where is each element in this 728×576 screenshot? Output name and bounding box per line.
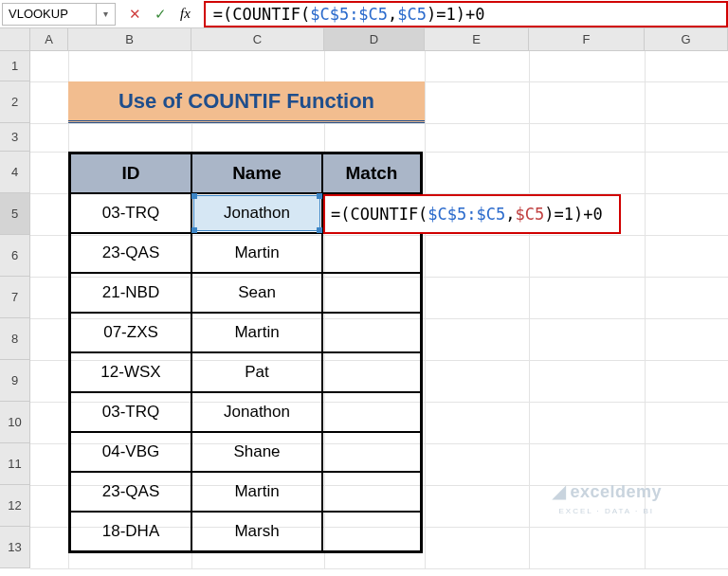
col-header-C[interactable]: C [191,28,324,50]
table-header-id[interactable]: ID [70,153,191,193]
cell-match-editing[interactable]: =(COUNTIF($C$5:$C5,$C5)=1)+0 [322,193,421,233]
cell-id[interactable]: 21-NBD [70,273,191,313]
row-header-4[interactable]: 4 [0,152,30,193]
row-header-7[interactable]: 7 [0,277,30,318]
worksheet: A B C D E F G 1 2 3 4 5 6 7 8 9 10 11 12… [0,28,728,568]
cell-match[interactable] [322,352,421,392]
row-header-8[interactable]: 8 [0,318,30,360]
page-title: Use of COUNTIF Function [68,81,425,123]
col-header-F[interactable]: F [529,28,645,50]
cell-match[interactable] [322,392,421,432]
table-row: 03-TRQ Jonathon =(COUNTIF($C$5:$C5,$C5)=… [70,193,421,233]
row-header-13[interactable]: 13 [0,527,30,568]
cell-name[interactable]: Martin [191,233,322,273]
cell-name[interactable]: Jonathon [191,392,322,432]
name-box-dropdown[interactable]: ▾ [97,3,116,26]
table-row: 04-VBG Shane [70,432,421,472]
table-row: 21-NBD Sean [70,273,421,313]
table-header-name[interactable]: Name [191,153,322,193]
watermark: ◢exceldemy [553,481,662,502]
cell-formula-overlay[interactable]: =(COUNTIF($C$5:$C5,$C5)=1)+0 [323,194,621,234]
selection-handle[interactable] [191,227,197,233]
cell-match[interactable] [322,233,421,273]
cell-id[interactable]: 23-QAS [70,233,191,273]
row-header-2[interactable]: 2 [0,81,30,123]
col-header-G[interactable]: G [645,28,728,50]
row-header-6[interactable]: 6 [0,235,30,277]
col-header-E[interactable]: E [425,28,529,50]
cell-id[interactable]: 04-VBG [70,432,191,472]
formula-input[interactable]: =(COUNTIF($C$5:$C5,$C5)=1)+0 [204,1,728,27]
col-header-B[interactable]: B [68,28,191,50]
cell-id[interactable]: 07-ZXS [70,313,191,352]
cell-name[interactable]: Shane [191,432,322,472]
cell-match[interactable] [322,313,421,352]
cell-id[interactable]: 03-TRQ [70,193,191,233]
cell-name[interactable]: Marsh [191,512,322,551]
table-row: 07-ZXS Martin [70,313,421,352]
table-row: 23-QAS Martin [70,472,421,512]
cell-id[interactable]: 12-WSX [70,352,191,392]
col-header-A[interactable]: A [30,28,68,50]
cell-match[interactable] [322,273,421,313]
row-header-3[interactable]: 3 [0,123,30,152]
cell-match[interactable] [322,432,421,472]
cell-id[interactable]: 23-QAS [70,472,191,512]
select-all-corner[interactable] [0,28,30,50]
watermark-sub: EXCEL · DATA · BI [558,507,654,515]
cell-name[interactable]: Pat [191,352,322,392]
table-row: 03-TRQ Jonathon [70,392,421,432]
cell-name[interactable]: Sean [191,273,322,313]
table-header-match[interactable]: Match [322,153,421,193]
cell-match[interactable] [322,472,421,512]
table-row: 23-QAS Martin [70,233,421,273]
cell-name-selected[interactable]: Jonathon [191,193,322,233]
col-header-D[interactable]: D [324,28,425,50]
watermark-icon: ◢ [553,481,567,502]
row-header-11[interactable]: 11 [0,443,30,485]
data-table: ID Name Match 03-TRQ Jonathon [68,152,423,553]
fx-icon[interactable]: fx [180,6,191,22]
column-headers: A B C D E F G [0,28,728,51]
formula-bar: VLOOKUP ▾ ✕ ✓ fx =(COUNTIF($C$5:$C5,$C5)… [0,0,728,28]
row-headers: 1 2 3 4 5 6 7 8 9 10 11 12 13 [0,51,30,568]
selection-handle[interactable] [191,193,197,199]
cell-id[interactable]: 18-DHA [70,512,191,551]
cell-value: Jonathon [224,204,290,223]
cell-name[interactable]: Martin [191,313,322,352]
table-row: 18-DHA Marsh [70,512,421,551]
row-header-5[interactable]: 5 [0,193,30,235]
row-header-12[interactable]: 12 [0,485,30,527]
row-header-10[interactable]: 10 [0,402,30,443]
row-header-9[interactable]: 9 [0,360,30,402]
cancel-icon[interactable]: ✕ [129,6,141,23]
cell-name[interactable]: Martin [191,472,322,512]
enter-icon[interactable]: ✓ [155,6,167,23]
table-row: 12-WSX Pat [70,352,421,392]
row-header-1[interactable]: 1 [0,51,30,81]
name-box[interactable]: VLOOKUP [2,3,97,26]
cell-id[interactable]: 03-TRQ [70,392,191,432]
cell-match[interactable] [322,512,421,551]
